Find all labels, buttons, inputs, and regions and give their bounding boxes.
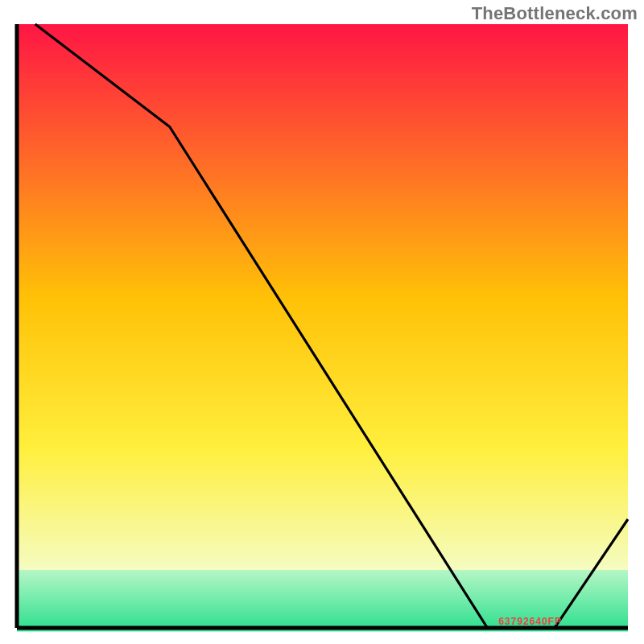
chart-container: TheBottleneck.com 63792640FP <box>0 0 644 644</box>
chart-annotation: 63792640FP <box>498 616 562 627</box>
plot-area <box>17 24 628 631</box>
annotation-layer: 63792640FP <box>498 616 562 627</box>
chart-svg: 63792640FP <box>0 0 644 644</box>
